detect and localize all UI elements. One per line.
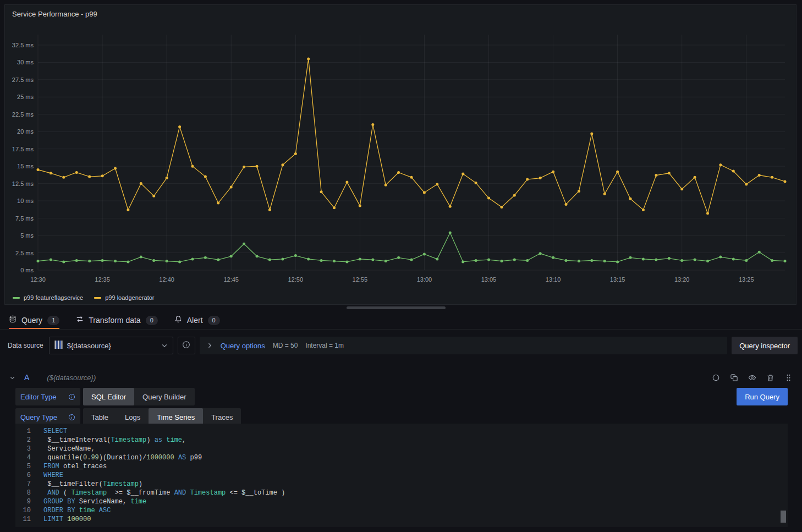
query-type-label: Query Type bbox=[20, 413, 57, 421]
svg-text:10 ms: 10 ms bbox=[17, 198, 34, 204]
datasource-picker-value: ${datasource} bbox=[67, 342, 111, 350]
sql-line: 6WHERE bbox=[15, 471, 788, 480]
tab-transform-data[interactable]: Transform data 0 bbox=[76, 311, 158, 329]
query-options-bar: Query options MD = 50 Interval = 1m bbox=[200, 337, 728, 354]
svg-text:12:55: 12:55 bbox=[353, 276, 368, 283]
chart-legend: p99 featureflagservicep99 loadgenerator bbox=[13, 294, 155, 301]
legend-label: p99 loadgenerator bbox=[105, 294, 154, 301]
query-inspector-button[interactable]: Query inspector bbox=[732, 337, 798, 354]
svg-text:12:45: 12:45 bbox=[223, 276, 239, 283]
tab-alert[interactable]: Alert 0 bbox=[174, 311, 220, 329]
editor-type-label: Editor Type bbox=[20, 393, 57, 401]
svg-text:12:40: 12:40 bbox=[159, 276, 174, 283]
legend-swatch bbox=[94, 297, 101, 299]
svg-text:12:35: 12:35 bbox=[95, 276, 110, 283]
legend-item[interactable]: p99 loadgenerator bbox=[94, 294, 154, 301]
svg-text:32.5 ms: 32.5 ms bbox=[12, 42, 34, 48]
line-number: 10 bbox=[15, 506, 31, 515]
query-ref-id[interactable]: A bbox=[24, 373, 29, 382]
legend-label: p99 featureflagservice bbox=[24, 294, 83, 301]
tab-query[interactable]: Query 1 bbox=[9, 311, 59, 329]
line-number: 9 bbox=[15, 497, 31, 506]
svg-text:7.5 ms: 7.5 ms bbox=[15, 215, 34, 222]
grip-icon[interactable] bbox=[784, 374, 793, 382]
svg-text:0 ms: 0 ms bbox=[20, 267, 34, 273]
bell-icon bbox=[174, 315, 182, 325]
circle-icon[interactable] bbox=[712, 374, 720, 382]
datasource-bar: Data source ${datasource} Query options bbox=[4, 337, 798, 354]
sql-line: 3 ServiceName, bbox=[15, 445, 788, 453]
svg-text:13:15: 13:15 bbox=[610, 276, 625, 283]
sql-line: 2 $__timeInterval(Timestamp) as time, bbox=[15, 436, 788, 445]
svg-text:13:00: 13:00 bbox=[417, 276, 432, 283]
editor-tabs: Query 1 Transform data 0 Alert 0 bbox=[0, 311, 802, 330]
chevron-down-icon[interactable] bbox=[9, 375, 15, 381]
svg-text:12.5 ms: 12.5 ms bbox=[12, 180, 34, 187]
editor-type-sql-editor[interactable]: SQL Editor bbox=[83, 388, 134, 405]
datasource-label: Data source bbox=[8, 342, 43, 349]
line-number: 5 bbox=[15, 462, 31, 471]
panel-title: Service Performance - p99 bbox=[12, 10, 97, 18]
sql-line: 1SELECT bbox=[15, 427, 788, 436]
timeseries-chart[interactable]: 0 ms2.5 ms5 ms7.5 ms10 ms12.5 ms15 ms17.… bbox=[7, 21, 794, 287]
svg-text:13:25: 13:25 bbox=[739, 276, 754, 283]
datasource-picker[interactable]: ${datasource} bbox=[49, 337, 173, 354]
timeseries-panel: Service Performance - p99 0 ms2.5 ms5 ms… bbox=[4, 4, 796, 305]
line-number: 7 bbox=[15, 480, 31, 489]
svg-text:17.5 ms: 17.5 ms bbox=[12, 146, 34, 152]
eye-icon[interactable] bbox=[748, 374, 756, 382]
query-datasource-hint: (${datasource}) bbox=[47, 374, 96, 382]
line-number: 6 bbox=[15, 471, 31, 480]
info-circle-icon[interactable] bbox=[68, 393, 75, 401]
svg-text:25 ms: 25 ms bbox=[17, 94, 34, 100]
sql-line: 8 AND ( Timestamp >= $__fromTime AND Tim… bbox=[15, 489, 788, 497]
editor-type-query-builder[interactable]: Query Builder bbox=[134, 388, 194, 405]
query-row-actions bbox=[712, 374, 793, 382]
sql-line: 7 $__timeFilter(Timestamp) bbox=[15, 480, 788, 489]
query-options-md: MD = 50 bbox=[273, 342, 298, 349]
transform-icon bbox=[76, 315, 84, 325]
chevron-down-icon bbox=[161, 342, 168, 349]
svg-text:30 ms: 30 ms bbox=[17, 59, 34, 65]
svg-text:20 ms: 20 ms bbox=[17, 128, 34, 135]
trash-icon[interactable] bbox=[766, 374, 774, 382]
editor-type-segmented: SQL Editor Query Builder bbox=[83, 388, 195, 405]
tab-query-label: Query bbox=[21, 316, 42, 325]
line-number: 2 bbox=[15, 436, 31, 445]
info-circle-icon[interactable] bbox=[68, 414, 75, 421]
line-number: 11 bbox=[15, 515, 31, 524]
editor-type-row: Editor Type SQL Editor Query Builder bbox=[15, 388, 788, 405]
sql-editor[interactable]: 1SELECT2 $__timeInterval(Timestamp) as t… bbox=[15, 424, 788, 527]
sql-line: 9GROUP BY ServiceName, time bbox=[15, 497, 788, 506]
horizontal-scrollbar-thumb[interactable] bbox=[347, 306, 446, 309]
svg-text:13:05: 13:05 bbox=[481, 276, 497, 283]
tab-transform-label: Transform data bbox=[89, 316, 140, 325]
line-number: 4 bbox=[15, 453, 31, 462]
editor-scrollbar-thumb[interactable] bbox=[781, 511, 786, 523]
legend-item[interactable]: p99 featureflagservice bbox=[13, 294, 83, 301]
svg-text:27.5 ms: 27.5 ms bbox=[12, 76, 34, 83]
svg-text:15 ms: 15 ms bbox=[17, 163, 34, 169]
sql-line: 11LIMIT 100000 bbox=[15, 515, 788, 524]
editor-type-label-box: Editor Type bbox=[15, 388, 80, 405]
svg-text:2.5 ms: 2.5 ms bbox=[15, 250, 34, 256]
query-options-link[interactable]: Query options bbox=[221, 342, 265, 350]
datasource-logo-icon bbox=[54, 341, 63, 351]
database-icon bbox=[9, 315, 17, 325]
svg-text:12:50: 12:50 bbox=[288, 276, 304, 283]
run-query-button[interactable]: Run Query bbox=[737, 388, 788, 405]
datasource-info-button[interactable] bbox=[178, 337, 195, 354]
svg-text:13:10: 13:10 bbox=[546, 276, 561, 283]
sql-line: 4 quantile(0.99)(Duration)/1000000 AS p9… bbox=[15, 453, 788, 462]
sql-code-lines: 1SELECT2 $__timeInterval(Timestamp) as t… bbox=[15, 427, 788, 524]
tab-alert-badge: 0 bbox=[208, 316, 220, 325]
copy-icon[interactable] bbox=[730, 374, 738, 382]
chevron-right-icon[interactable] bbox=[206, 342, 213, 349]
line-number: 8 bbox=[15, 489, 31, 497]
tab-transform-badge: 0 bbox=[146, 316, 158, 325]
line-number: 1 bbox=[15, 427, 31, 436]
svg-text:5 ms: 5 ms bbox=[20, 232, 34, 239]
line-number: 3 bbox=[15, 445, 31, 453]
sql-line: 5FROM otel_traces bbox=[15, 462, 788, 471]
query-options-interval: Interval = 1m bbox=[305, 342, 344, 349]
